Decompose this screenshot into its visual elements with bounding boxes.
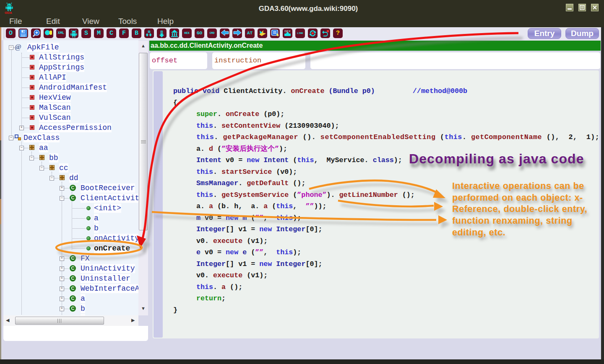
svg-text:DEX: DEX <box>284 30 291 33</box>
